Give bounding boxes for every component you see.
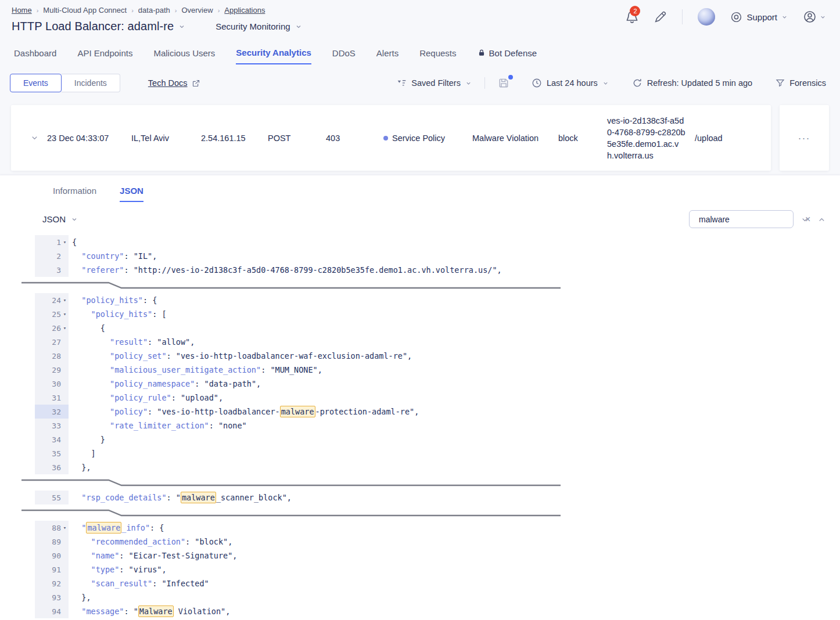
saved-filters-label: Saved Filters [411, 78, 461, 88]
tab-malicious-users[interactable]: Malicious Users [153, 48, 215, 64]
tab-dashboard[interactable]: Dashboard [14, 48, 56, 64]
line-number: 92 [35, 576, 69, 590]
event-response-code: 403 [326, 134, 383, 143]
json-line-29: 29 "malicious_user_mitigate_action": "MU… [0, 363, 840, 377]
refresh-button[interactable]: Refresh: Updated 5 min ago [632, 78, 752, 88]
external-link-icon [192, 79, 200, 88]
analytics-toolbar: Events Incidents Tech Docs Saved Filters… [0, 73, 840, 93]
json-line-30: 30 "policy_namespace": "data-path", [0, 377, 840, 391]
refresh-icon [632, 78, 642, 88]
tab-requests[interactable]: Requests [419, 48, 456, 64]
tab-alerts[interactable]: Alerts [376, 48, 399, 64]
next-match-button[interactable] [800, 214, 809, 225]
line-number: 32 [35, 405, 69, 419]
event-violation: Malware Violation [472, 134, 558, 143]
security-monitoring-selector[interactable]: Security Monitoring [216, 21, 301, 31]
breadcrumb-home[interactable]: Home [12, 6, 32, 15]
json-line-24: 24▾ "policy_hits": { [0, 293, 840, 307]
breadcrumb-applications[interactable]: Applications [224, 6, 265, 15]
tab-bot-defense[interactable]: Bot Defense [478, 48, 537, 64]
notifications-button[interactable]: 2 [625, 10, 639, 24]
line-number: 34 [35, 432, 69, 446]
time-range-label: Last 24 hours [547, 78, 598, 88]
collapsed-lines-divider[interactable] [21, 474, 840, 491]
fold-arrow-icon: ▾ [61, 311, 69, 317]
json-line-88: 88▾ "malware_info": { [0, 521, 840, 535]
tab-json[interactable]: JSON [120, 186, 143, 202]
header-divider [682, 9, 683, 24]
save-filter-button[interactable] [484, 77, 509, 89]
json-line-55: 55 "rsp_code_details": "malware_scanner_… [0, 491, 840, 504]
line-fold-toggle[interactable]: 25▾ [35, 307, 69, 321]
line-number: 55 [35, 491, 69, 504]
saved-filters-dropdown[interactable]: Saved Filters [397, 78, 472, 88]
json-line-27: 27 "result": "allow", [0, 335, 840, 349]
tab-security-analytics[interactable]: Security Analytics [236, 48, 311, 64]
tab-information[interactable]: Information [53, 186, 96, 202]
json-line-34: 34 } [0, 432, 840, 446]
forensics-label: Forensics [789, 78, 826, 88]
collapsed-lines-divider[interactable] [21, 504, 840, 521]
event-domain: ves-io-2d138c3f-a5d0-4768-8799-c2820b5e3… [607, 106, 695, 171]
forensics-button[interactable]: Forensics [776, 78, 826, 88]
time-range-dropdown[interactable]: Last 24 hours [532, 78, 609, 88]
event-policy: Service Policy [383, 134, 472, 143]
fold-arrow-icon: ▾ [61, 325, 69, 331]
json-line-content: } [69, 435, 105, 444]
json-line-94: 94 "message": "Malware Violation", [0, 604, 840, 618]
search-match-highlight: malware [181, 492, 216, 503]
row-expand-chevron-icon[interactable] [11, 134, 47, 142]
collapsed-lines-divider[interactable] [21, 277, 840, 293]
line-fold-toggle[interactable]: 88▾ [35, 521, 69, 535]
breadcrumb-item: data-path [138, 6, 170, 15]
search-match-highlight: Malware [138, 605, 174, 617]
json-line-content: "recommended_action": "block", [69, 537, 232, 546]
json-search-input[interactable] [699, 215, 804, 224]
line-number: 90 [35, 549, 69, 563]
json-line-content: "referer": "http://ves-io-2d138c3f-a5d0-… [69, 265, 502, 275]
detail-tabs: Information JSON [0, 175, 840, 202]
json-line-content: "malicious_user_mitigate_action": "MUM_N… [69, 365, 322, 374]
events-incidents-toggle: Events Incidents [10, 74, 120, 92]
lock-icon [478, 49, 486, 57]
line-fold-toggle[interactable]: 1▾ [35, 235, 69, 249]
json-line-90: 90 "name": "Eicar-Test-Signature", [0, 549, 840, 563]
account-menu[interactable] [803, 10, 826, 24]
json-line-content: { [69, 323, 105, 333]
breadcrumb-item: Multi-Cloud App Connect [43, 6, 127, 15]
json-line-content: "policy_rule": "upload", [69, 393, 223, 402]
line-number: 93 [35, 590, 69, 604]
previous-match-button[interactable] [817, 214, 826, 225]
json-code-lines: 1▾{2 "country": "IL",3 "referer": "http:… [0, 235, 840, 620]
event-row[interactable]: 23 Dec 04:33:07 IL,Tel Aviv 2.54.161.15 … [11, 105, 771, 171]
json-line-32: 32 "policy": "ves-io-http-loadbalancer-m… [0, 405, 840, 419]
support-menu[interactable]: Support [730, 11, 788, 23]
context-switcher-label: Security Monitoring [216, 21, 290, 31]
json-line-1: 1▾{ [0, 235, 840, 249]
search-match-highlight: malware [280, 406, 315, 417]
event-action: block [558, 134, 607, 143]
json-code-viewer: 1▾{2 "country": "IL",3 "referer": "http:… [0, 235, 840, 620]
title-chevron-down-icon[interactable] [178, 21, 185, 32]
json-line-89: 89 "recommended_action": "block", [0, 535, 840, 549]
tab-ddos[interactable]: DDoS [332, 48, 356, 64]
row-more-actions-button[interactable]: ... [798, 131, 810, 146]
funnel-icon [776, 78, 785, 88]
json-format-dropdown[interactable]: JSON [42, 214, 78, 224]
avatar[interactable] [698, 8, 715, 26]
line-fold-toggle[interactable]: 26▾ [35, 321, 69, 335]
tab-api-endpoints[interactable]: API Endpoints [77, 48, 132, 64]
events-toggle-button[interactable]: Events [10, 74, 62, 92]
json-line-content: }, [69, 463, 91, 472]
json-line-25: 25▾ "policy_hits": [ [0, 307, 840, 321]
tech-docs-link[interactable]: Tech Docs [148, 78, 188, 88]
line-number: 35 [35, 446, 69, 460]
fold-arrow-icon: ▾ [61, 297, 69, 303]
annotations-button[interactable] [654, 10, 667, 23]
line-fold-toggle[interactable]: 24▾ [35, 293, 69, 307]
json-line-33: 33 "rate_limiter_action": "none" [0, 419, 840, 432]
line-number: 94 [35, 604, 69, 618]
event-location: IL,Tel Aviv [131, 134, 201, 143]
incidents-toggle-button[interactable]: Incidents [62, 74, 120, 92]
json-line-35: 35 ] [0, 446, 840, 460]
